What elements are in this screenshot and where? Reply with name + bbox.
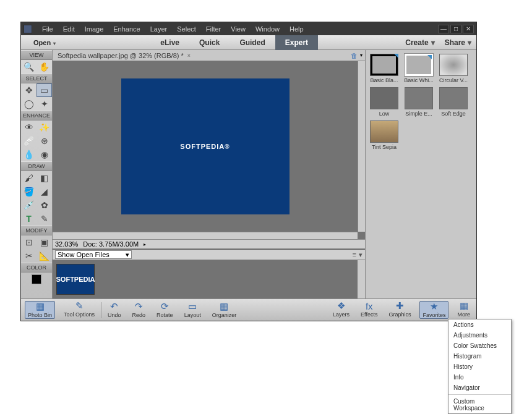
status-chevron-icon[interactable]: ▸ (144, 242, 146, 247)
scrollbar-vertical[interactable] (358, 61, 365, 232)
effect-soft[interactable]: Soft Edge (439, 87, 468, 117)
foreground-color[interactable] (32, 274, 41, 284)
effect-thumb (405, 54, 433, 76)
close-button[interactable]: ✕ (463, 25, 474, 33)
tab-quick[interactable]: Quick (189, 35, 230, 50)
menu-item-actions[interactable]: Actions (448, 319, 511, 330)
straighten-tool[interactable]: 📐 (36, 249, 52, 263)
move-tool[interactable]: ✥ (21, 83, 36, 97)
doc-tab[interactable]: Softpedia wallpaper.jpg @ 32% (RGB/8) *× (53, 51, 195, 61)
menu-item-custom-workspace[interactable]: Custom Workspace (448, 396, 511, 413)
bin-thumb[interactable]: SOFTPEDIA (56, 264, 95, 295)
effect-se[interactable]: Simple E... (404, 87, 434, 117)
menu-view[interactable]: View (226, 23, 251, 35)
menu-image[interactable]: Image (80, 23, 109, 35)
eyedropper-tool[interactable]: 💉 (21, 198, 36, 212)
effect-low[interactable]: Low (369, 87, 399, 117)
btn-undo[interactable]: ↶Undo (105, 302, 124, 318)
heal-tool[interactable]: 🩹 (21, 134, 36, 148)
btn-label: Tool Options (64, 311, 95, 318)
zoom-readout[interactable]: 32.03% (55, 240, 78, 248)
layout-icon: ▭ (186, 302, 199, 311)
open-button[interactable]: Open▾ (26, 37, 63, 48)
btn-layout[interactable]: ▭Layout (182, 302, 204, 318)
show-open-files-dropdown[interactable]: Show Open Files▾ (55, 250, 132, 259)
redeye-tool[interactable]: 👁 (21, 120, 36, 134)
btn-tool-options[interactable]: ✎Tool Options (61, 301, 97, 319)
tab-guided[interactable]: Guided (230, 35, 275, 50)
menu-edit[interactable]: Edit (58, 23, 80, 35)
create-button[interactable]: Create▾ (405, 38, 434, 47)
minimize-button[interactable]: — (438, 25, 449, 33)
menu-separator (448, 394, 511, 395)
chevron-down-icon[interactable]: ▾ (360, 53, 363, 58)
menu-file[interactable]: File (37, 23, 58, 35)
whiten-tool[interactable]: ✨ (36, 120, 52, 134)
gradient-tool[interactable]: ◢ (36, 185, 52, 198)
btn-redo[interactable]: ↷Redo (130, 302, 148, 318)
tab-expert[interactable]: Expert (275, 35, 318, 50)
bin-scrollbar[interactable] (358, 260, 365, 298)
cookie-tool[interactable]: ✂ (21, 249, 36, 263)
menu-item-info[interactable]: Info (448, 372, 511, 382)
trash-icon[interactable]: 🗑 (351, 52, 358, 59)
maximize-button[interactable]: □ (450, 25, 461, 33)
menu-help[interactable]: Help (285, 23, 309, 35)
btn-more[interactable]: ▦More (455, 301, 473, 319)
marquee-tool[interactable]: ▭ (36, 83, 52, 97)
menu-item-color-swatches[interactable]: Color Swatches (448, 340, 511, 351)
menu-item-history[interactable]: History (448, 361, 511, 372)
text-tool[interactable]: T (21, 212, 36, 226)
eraser-tool[interactable]: ◧ (36, 171, 52, 185)
lasso-tool[interactable]: ◯ (21, 97, 36, 111)
effect-thumb (370, 120, 398, 143)
more-menu: Actions Adjustments Color Swatches Histo… (448, 319, 512, 414)
zoom-tool[interactable]: 🔍 (21, 60, 36, 74)
menu-item-adjustments[interactable]: Adjustments (448, 330, 511, 340)
document-canvas[interactable]: SOFTPEDIA® (121, 78, 290, 214)
effect-thumb (439, 54, 468, 76)
btn-effects[interactable]: fxEffects (358, 301, 380, 319)
blur-tool[interactable]: 💧 (21, 148, 36, 161)
canvas-viewport[interactable]: SOFTPEDIA® (53, 61, 358, 232)
redo-icon: ↷ (132, 302, 145, 311)
crop-tool[interactable]: ⊡ (21, 235, 36, 249)
shape-tool[interactable]: ✿ (36, 198, 52, 212)
menu-select[interactable]: Select (172, 23, 201, 35)
brush-tool[interactable]: 🖌 (21, 171, 36, 185)
btn-rotate[interactable]: ⟳Rotate (154, 302, 176, 318)
sponge-tool[interactable]: ◉ (36, 148, 52, 161)
btn-photo-bin[interactable]: ▦Photo Bin (25, 301, 55, 319)
btn-graphics[interactable]: ✚Graphics (386, 301, 413, 319)
menu-item-histogram[interactable]: Histogram (448, 351, 511, 361)
menu-window[interactable]: Window (251, 23, 285, 35)
effect-bb[interactable]: Basic Bla... (369, 54, 399, 83)
undo-icon: ↶ (108, 302, 121, 311)
btn-organizer[interactable]: ▦Organizer (210, 302, 239, 318)
recompose-tool[interactable]: ▣ (36, 235, 52, 249)
menu-enhance[interactable]: Enhance (108, 23, 145, 35)
effect-thumb (405, 87, 433, 109)
share-button[interactable]: Share▾ (445, 38, 471, 47)
effect-bw[interactable]: Basic Whi... (404, 54, 434, 83)
bin-opt-icon[interactable]: ≡ (353, 251, 356, 259)
scrollbar-horizontal[interactable] (53, 232, 358, 239)
menu-layer[interactable]: Layer (145, 23, 173, 35)
btn-label: More (457, 311, 470, 318)
hand-tool[interactable]: ✋ (36, 60, 52, 74)
btn-favorites[interactable]: ★Favorites (419, 301, 448, 319)
bin-menu-icon[interactable]: ▾ (359, 251, 363, 259)
pencil-tool[interactable]: ✎ (36, 212, 52, 226)
menu-filter[interactable]: Filter (201, 23, 226, 35)
fill-tool[interactable]: 🪣 (21, 185, 36, 198)
menu-item-navigator[interactable]: Navigator (448, 382, 511, 393)
effect-cv[interactable]: Circular V... (439, 54, 468, 83)
clone-tool[interactable]: ⊛ (36, 134, 52, 148)
layers-icon: ❖ (335, 301, 348, 311)
btn-layers[interactable]: ❖Layers (330, 301, 352, 319)
close-tab-icon[interactable]: × (187, 53, 191, 59)
wand-tool[interactable]: ✦ (36, 97, 52, 111)
effect-tint[interactable]: Tint Sepia (369, 120, 399, 150)
mode-tabs: eLive Quick Guided Expert (150, 35, 318, 50)
tab-elive[interactable]: eLive (150, 35, 189, 50)
